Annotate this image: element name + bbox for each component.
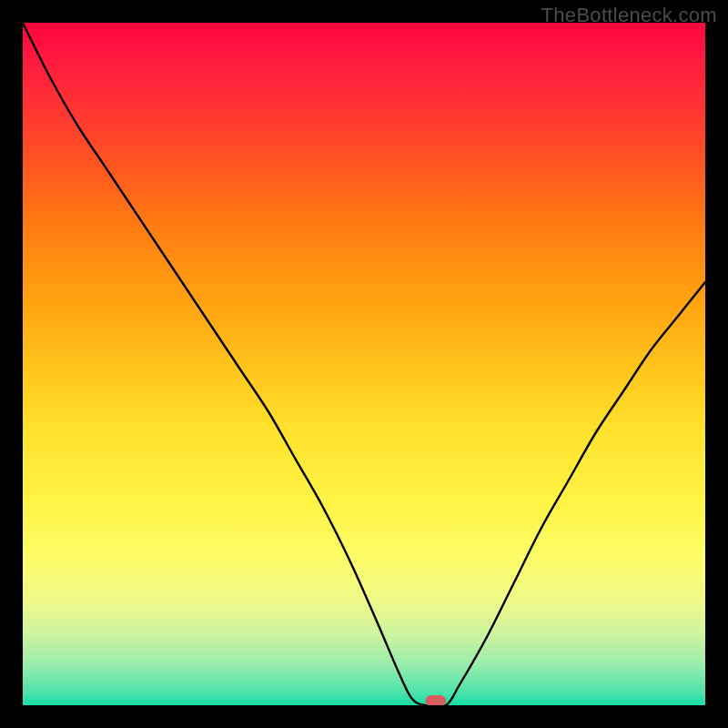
- plot-area: [23, 23, 705, 705]
- minimum-marker: [426, 695, 447, 705]
- chart-svg: [23, 23, 705, 705]
- watermark-text: TheBottleneck.com: [541, 4, 717, 27]
- chart-frame: TheBottleneck.com: [0, 0, 728, 728]
- bottleneck-curve: [23, 23, 705, 705]
